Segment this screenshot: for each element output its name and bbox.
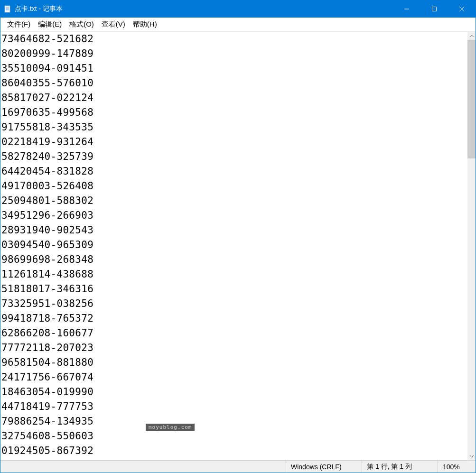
status-zoom: 100% xyxy=(438,461,476,473)
close-icon xyxy=(459,7,464,11)
minimize-icon xyxy=(404,7,409,11)
menu-file[interactable]: 文件(F) xyxy=(3,19,34,30)
chevron-down-icon xyxy=(470,455,474,458)
scroll-up-button[interactable] xyxy=(467,32,476,40)
menu-bar: 文件(F) 编辑(E) 格式(O) 查看(V) 帮助(H) xyxy=(0,18,476,32)
maximize-icon xyxy=(432,7,437,11)
menu-edit[interactable]: 编辑(E) xyxy=(34,19,65,30)
close-button[interactable] xyxy=(448,0,476,18)
chevron-up-icon xyxy=(470,35,474,37)
minimize-button[interactable] xyxy=(393,0,420,18)
editor-area: 73464682-521682 80200999-147889 35510094… xyxy=(0,32,476,460)
title-bar[interactable]: 点卡.txt - 记事本 xyxy=(0,0,476,18)
scroll-thumb[interactable] xyxy=(467,40,476,158)
notepad-window: 点卡.txt - 记事本 文件(F) 编辑(E) 格式(O) 查看(V) 帮助(… xyxy=(0,0,476,473)
watermark-text: moyublog.com xyxy=(146,424,195,431)
text-content[interactable]: 73464682-521682 80200999-147889 35510094… xyxy=(0,32,467,460)
status-encoding: Windows (CRLF) xyxy=(286,461,362,473)
maximize-button[interactable] xyxy=(420,0,448,18)
svg-rect-6 xyxy=(432,7,437,11)
vertical-scrollbar[interactable] xyxy=(467,32,476,460)
scroll-down-button[interactable] xyxy=(467,452,476,460)
status-position: 第 1 行, 第 1 列 xyxy=(362,461,438,473)
menu-format[interactable]: 格式(O) xyxy=(65,19,98,30)
status-bar: Windows (CRLF) 第 1 行, 第 1 列 100% xyxy=(0,460,476,473)
app-icon xyxy=(0,5,15,13)
menu-view[interactable]: 查看(V) xyxy=(98,19,129,30)
window-title: 点卡.txt - 记事本 xyxy=(15,5,63,13)
menu-help[interactable]: 帮助(H) xyxy=(129,19,161,30)
